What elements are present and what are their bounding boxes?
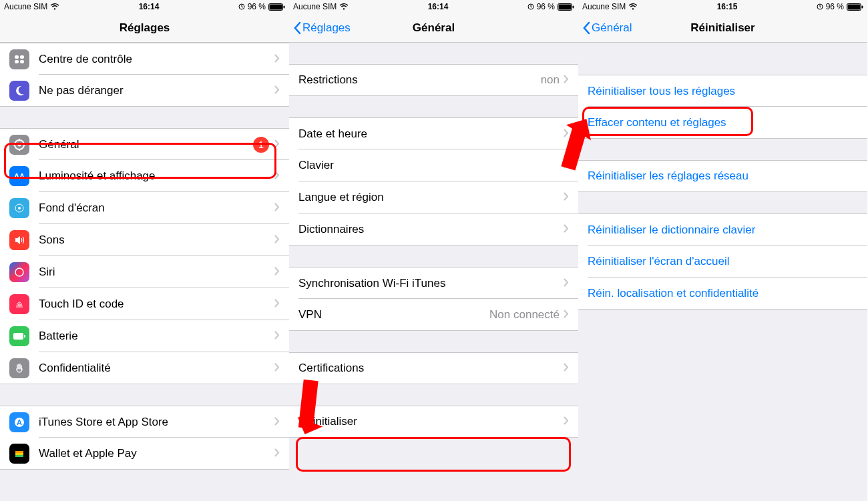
- gear-icon: [9, 135, 29, 155]
- carrier-text: Aucune SIM: [293, 2, 337, 11]
- cell-itunes-wifi-sync[interactable]: Synchronisation Wi-Fi iTunes: [289, 267, 578, 299]
- chevron-left-icon: [582, 21, 590, 35]
- svg-point-16: [18, 207, 21, 209]
- cell-label: Langue et région: [298, 191, 564, 204]
- moon-icon: [9, 81, 29, 101]
- cell-certifications[interactable]: Certifications: [289, 352, 578, 384]
- battery-icon: [268, 3, 285, 11]
- cell-label: Clavier: [298, 159, 564, 172]
- cell-reset-all-settings[interactable]: Réinitialiser tous les réglages: [578, 75, 867, 107]
- cell-label: Sons: [39, 233, 274, 247]
- svg-rect-24: [15, 455, 23, 457]
- screen-reset: Aucune SIM 16:15 96 % Général Réinitiali…: [578, 0, 867, 501]
- chevron-icon: [274, 202, 280, 214]
- chevron-icon: [274, 416, 280, 428]
- wifi-icon: [50, 3, 59, 10]
- siri-icon: [9, 262, 29, 282]
- chevron-icon: [274, 139, 280, 151]
- privacy-icon: [9, 358, 29, 378]
- sounds-icon: [9, 230, 29, 250]
- clock-text: 16:14: [428, 2, 449, 11]
- cell-label: Batterie: [39, 330, 274, 343]
- screen-general: Aucune SIM 16:14 96 % Réglages Général R…: [289, 0, 578, 501]
- alarm-icon: [527, 3, 534, 10]
- cell-sounds[interactable]: Sons: [0, 224, 289, 256]
- svg-rect-3: [284, 5, 285, 8]
- chevron-icon: [274, 362, 280, 374]
- svg-rect-31: [848, 4, 861, 9]
- cell-detail: non: [541, 73, 560, 87]
- status-bar: Aucune SIM 16:14 96 %: [289, 0, 578, 13]
- nav-title: Réglages: [0, 21, 289, 35]
- chevron-icon: [274, 53, 280, 65]
- cell-label: Certifications: [298, 362, 564, 375]
- cell-siri[interactable]: Siri: [0, 256, 289, 288]
- cell-label: Général: [39, 138, 253, 151]
- chevron-icon: [564, 278, 569, 290]
- cell-vpn[interactable]: VPN Non connecté: [289, 299, 578, 331]
- cell-label: Réinitialiser l'écran d'accueil: [588, 255, 867, 268]
- battery-text: 96 %: [826, 2, 844, 11]
- chevron-icon: [274, 234, 280, 246]
- battery-text: 96 %: [248, 2, 266, 11]
- cell-label: Dictionnaires: [298, 223, 564, 236]
- cell-label: Ne pas déranger: [39, 84, 274, 97]
- wallpaper-icon: [9, 198, 29, 218]
- chevron-icon: [274, 330, 280, 342]
- cell-reset[interactable]: Réinitialiser: [289, 406, 578, 438]
- cell-battery[interactable]: Batterie: [0, 320, 289, 352]
- cell-date-time[interactable]: Date et heure: [289, 117, 578, 149]
- svg-rect-27: [559, 4, 572, 9]
- svg-rect-18: [13, 333, 23, 340]
- svg-rect-7: [20, 60, 24, 63]
- cell-label: Réinitialiser: [298, 415, 564, 428]
- chevron-icon: [564, 74, 569, 86]
- control-center-icon: [9, 49, 29, 69]
- cell-wallpaper[interactable]: Fond d'écran: [0, 192, 289, 224]
- svg-text:AA: AA: [14, 172, 25, 180]
- cell-touchid[interactable]: Touch ID et code: [0, 288, 289, 320]
- cell-keyboard[interactable]: Clavier: [289, 149, 578, 181]
- cell-reset-location-privacy[interactable]: Réin. localisation et confidentialité: [578, 278, 867, 310]
- cell-label: Réinitialiser les réglages réseau: [588, 169, 867, 183]
- wifi-icon: [339, 3, 349, 10]
- cell-label: Touch ID et code: [39, 298, 274, 311]
- cell-do-not-disturb[interactable]: Ne pas déranger: [0, 75, 289, 107]
- svg-rect-22: [15, 451, 23, 453]
- back-button[interactable]: Général: [578, 21, 632, 35]
- chevron-icon: [564, 159, 569, 171]
- clock-text: 16:15: [717, 2, 738, 11]
- cell-dictionaries[interactable]: Dictionnaires: [289, 213, 578, 245]
- status-bar: Aucune SIM 16:15 96 %: [578, 0, 867, 13]
- cell-privacy[interactable]: Confidentialité: [0, 352, 289, 384]
- cell-label: Fond d'écran: [39, 201, 274, 215]
- display-icon: AA: [9, 166, 29, 186]
- alarm-icon: [238, 3, 245, 10]
- carrier-text: Aucune SIM: [582, 2, 626, 11]
- nav-bar: Réglages Général: [289, 13, 578, 43]
- battery-icon: [558, 3, 574, 11]
- cell-reset-network[interactable]: Réinitialiser les réglages réseau: [578, 160, 867, 192]
- back-label: Général: [592, 21, 632, 35]
- svg-point-17: [15, 268, 23, 276]
- cell-label: Effacer contenu et réglages: [588, 116, 867, 129]
- cell-language-region[interactable]: Langue et région: [289, 181, 578, 213]
- cell-wallet[interactable]: Wallet et Apple Pay: [0, 438, 289, 470]
- cell-label: Synchronisation Wi-Fi iTunes: [298, 277, 564, 290]
- cell-label: Wallet et Apple Pay: [39, 447, 274, 460]
- cell-label: Date et heure: [298, 127, 564, 141]
- cell-reset-keyboard-dict[interactable]: Réinitialiser le dictionnaire clavier: [578, 213, 867, 245]
- cell-general[interactable]: Général 1: [0, 128, 289, 160]
- cell-restrictions[interactable]: Restrictions non: [289, 64, 578, 96]
- cell-detail: Non connecté: [489, 308, 560, 322]
- wifi-icon: [628, 3, 638, 10]
- cell-control-center[interactable]: Centre de contrôle: [0, 43, 289, 75]
- cell-itunes-appstore[interactable]: A iTunes Store et App Store: [0, 406, 289, 438]
- nav-bar: Réglages: [0, 13, 289, 43]
- cell-erase-all-content[interactable]: Effacer contenu et réglages: [578, 107, 867, 139]
- cell-reset-home-screen[interactable]: Réinitialiser l'écran d'accueil: [578, 245, 867, 278]
- back-button[interactable]: Réglages: [289, 21, 351, 35]
- cell-display[interactable]: AA Luminosité et affichage: [0, 160, 289, 192]
- cell-label: Réinitialiser tous les réglages: [588, 85, 867, 98]
- chevron-icon: [564, 223, 569, 235]
